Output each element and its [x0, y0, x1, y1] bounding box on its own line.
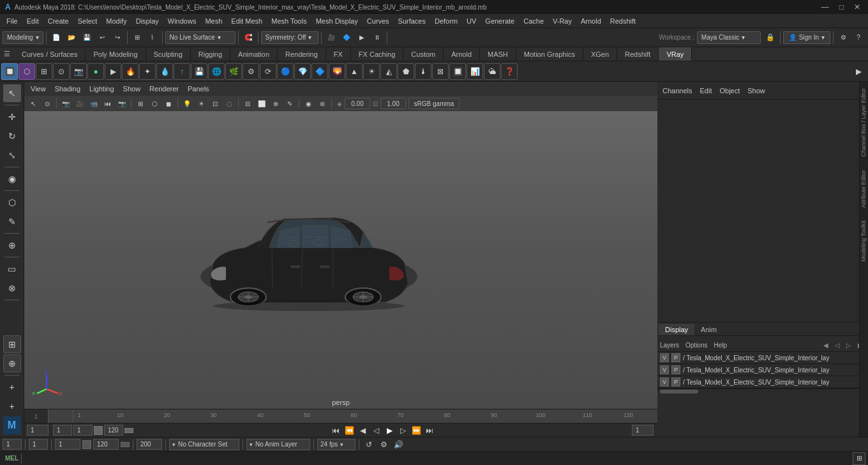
menu-arnold[interactable]: Arnold: [577, 16, 605, 26]
range-slider-end[interactable]: [124, 428, 133, 433]
menu-surfaces[interactable]: Surfaces: [394, 16, 430, 26]
tab-xgen[interactable]: XGen: [583, 47, 617, 61]
display-tab[interactable]: Display: [659, 324, 694, 335]
menu-create[interactable]: Create: [44, 16, 73, 26]
tab-animation[interactable]: Animation: [230, 47, 278, 61]
current-frame-field[interactable]: 1: [27, 425, 49, 436]
vp-icon-cam5[interactable]: 📷: [116, 98, 128, 109]
tab-rigging[interactable]: Rigging: [191, 47, 230, 61]
menu-generate[interactable]: Generate: [481, 16, 518, 26]
minimize-button[interactable]: —: [819, 3, 832, 11]
vp-menu-panels[interactable]: Panels: [184, 84, 213, 94]
menu-mesh-tools[interactable]: Mesh Tools: [267, 16, 310, 26]
shelf-icon-9[interactable]: ✦: [139, 63, 156, 80]
shelf-icon-5[interactable]: 📷: [70, 63, 87, 80]
layer-next-icon[interactable]: ▷: [844, 340, 854, 350]
attribute-editor-tab[interactable]: Attribute Editor: [860, 164, 868, 215]
vp-icon-xray[interactable]: ◉: [302, 98, 315, 109]
snap-curve-button[interactable]: ⌇: [146, 31, 160, 45]
menu-mesh-display[interactable]: Mesh Display: [312, 16, 362, 26]
open-scene-button[interactable]: 📂: [64, 31, 79, 45]
range-start-field2[interactable]: 1: [73, 425, 93, 436]
timeline-ruler[interactable]: 1 10 20 30 40 50 60 70 80 90 100 110 120: [73, 409, 657, 423]
anim-settings-button[interactable]: ⚙: [377, 439, 390, 450]
snap-shelf-button[interactable]: ⊞: [3, 335, 21, 353]
menu-mesh[interactable]: Mesh: [201, 16, 226, 26]
magnet-icon[interactable]: 🧲: [241, 31, 255, 45]
soft-select-button[interactable]: ◉: [3, 170, 21, 188]
layer-visibility-3[interactable]: V: [660, 377, 669, 386]
shelf-icon-17[interactable]: 🔵: [277, 63, 294, 80]
menu-uv[interactable]: UV: [463, 16, 480, 26]
shelf-icon-25[interactable]: 🌡: [415, 63, 431, 80]
vp-icon-smooth[interactable]: ⬜: [255, 98, 268, 109]
view-button[interactable]: ⊕: [3, 236, 21, 254]
new-scene-button[interactable]: 📄: [49, 31, 63, 45]
shelf-icon-15[interactable]: ⚙: [243, 63, 259, 80]
shelf-icon-6[interactable]: ●: [87, 63, 104, 80]
frame-end-field[interactable]: 1: [632, 425, 654, 436]
tab-motion-graphics[interactable]: Motion Graphics: [516, 47, 583, 61]
layer-playback-1[interactable]: P: [671, 353, 680, 362]
vp-menu-show[interactable]: Show: [119, 84, 145, 94]
layer-name-1[interactable]: / Tesla_Model_X_Electric_SUV_Simple_Inte…: [683, 354, 865, 362]
shelf-icon-8[interactable]: 🔥: [122, 63, 138, 80]
tab-mash[interactable]: MASH: [480, 47, 516, 61]
go-end-button[interactable]: ⏭: [423, 425, 436, 436]
character-set-dropdown[interactable]: ▾ No Character Set: [169, 439, 239, 450]
vp-icon-toggle[interactable]: ⊡: [209, 98, 221, 109]
vp-icon-grid[interactable]: ⊞: [134, 98, 147, 109]
help-label[interactable]: Help: [714, 342, 727, 349]
play-fwd-fast-button[interactable]: ⏩: [410, 425, 423, 436]
maximize-button[interactable]: □: [837, 3, 846, 11]
shelf-icon-11[interactable]: ↑: [174, 63, 190, 80]
vp-icon-cam3[interactable]: 📹: [87, 98, 100, 109]
settings-icon[interactable]: ⚙: [836, 31, 850, 45]
vp-menu-renderer[interactable]: Renderer: [146, 84, 183, 94]
shelf-icon-18[interactable]: 💎: [294, 63, 311, 80]
snap-grid-button[interactable]: ⊞: [130, 31, 144, 45]
scale-tool-button[interactable]: ⤡: [3, 146, 21, 164]
play-back-button[interactable]: ◀: [356, 425, 369, 436]
script-editor-button[interactable]: ⊞: [853, 452, 865, 465]
snap2-button[interactable]: ⊕: [3, 354, 21, 372]
help-icon[interactable]: ?: [851, 31, 865, 45]
tab-redshift[interactable]: Redshift: [617, 47, 659, 61]
vp-icon-paint[interactable]: ✎: [283, 98, 296, 109]
range-thumb-2[interactable]: [121, 442, 130, 447]
field-1[interactable]: 1: [29, 439, 48, 450]
menu-cache[interactable]: Cache: [520, 16, 548, 26]
vp-icon-shadow[interactable]: ◌: [223, 98, 236, 109]
menu-deform[interactable]: Deform: [431, 16, 461, 26]
shelf-icon-30[interactable]: ❓: [501, 63, 518, 80]
signin-button[interactable]: 👤 Sign In ▾: [783, 31, 830, 44]
shelf-icon-19[interactable]: 🔷: [311, 63, 328, 80]
options-label[interactable]: Options: [685, 342, 707, 349]
range-end-display[interactable]: 120: [104, 425, 123, 436]
menu-display[interactable]: Display: [132, 16, 163, 26]
tab-fx-caching[interactable]: FX Caching: [351, 47, 403, 61]
layer-visibility-1[interactable]: V: [660, 353, 669, 362]
menu-file[interactable]: File: [3, 16, 22, 26]
scroll-thumb[interactable]: [660, 390, 698, 393]
tab-sculpting[interactable]: Sculpting: [146, 47, 191, 61]
paint-select-button[interactable]: ✎: [3, 213, 21, 231]
vp-icon-uv[interactable]: ⊕: [269, 98, 282, 109]
modeling-toolkit-tab[interactable]: Modeling Toolkit: [860, 214, 868, 268]
camera-icon[interactable]: 🎥: [324, 31, 338, 45]
step-back-1-button[interactable]: ◁: [370, 425, 382, 436]
vp-icon-poly[interactable]: ⬡: [148, 98, 161, 109]
shelf-icon-22[interactable]: ☀: [363, 63, 380, 80]
range-start-field[interactable]: 1: [53, 425, 72, 436]
menu-curves[interactable]: Curves: [363, 16, 393, 26]
vp-icon-light1[interactable]: 💡: [181, 98, 193, 109]
layer-visibility-2[interactable]: V: [660, 365, 669, 374]
m-icon[interactable]: M: [3, 416, 21, 434]
menu-select[interactable]: Select: [74, 16, 101, 26]
gamma-label-btn[interactable]: sRGB gamma: [408, 98, 460, 109]
object-label[interactable]: Object: [719, 87, 740, 95]
shelf-icon-2[interactable]: ⬡: [19, 63, 35, 80]
end-frame-val[interactable]: 200: [137, 439, 162, 450]
lock-button[interactable]: 🔒: [763, 31, 777, 45]
gamma-field[interactable]: 0.00: [345, 98, 370, 109]
